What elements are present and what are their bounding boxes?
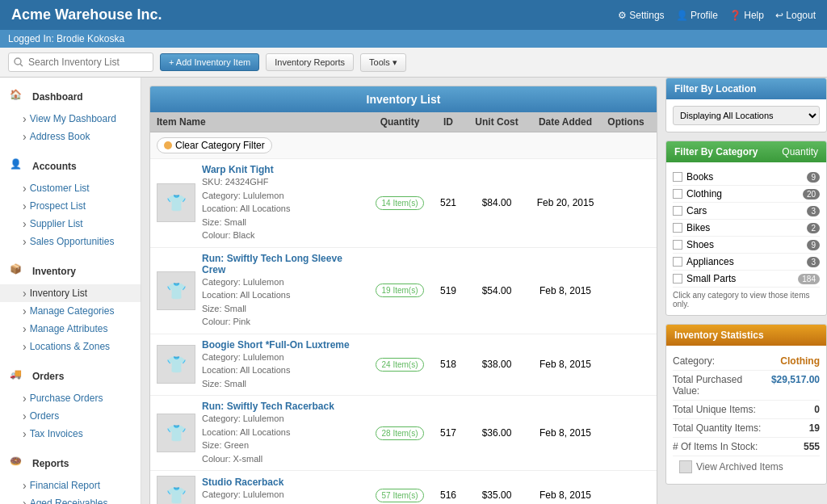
category-list: Books 9 Clothing 20 Cars 3 Bikes 2 Shoes…	[673, 169, 820, 288]
item-date: Feb 8, 2015	[529, 427, 602, 439]
item-qty-col: 57 Item(s)	[367, 489, 432, 502]
inventory-icon: 📦	[10, 263, 26, 279]
logout-nav[interactable]: ↩ Logout	[775, 10, 816, 21]
item-name[interactable]: Warp Knit Tight	[202, 164, 367, 175]
qty-badge: 57 Item(s)	[376, 489, 423, 502]
inventory-stats-section: Inventory Statistics Category: Clothing …	[665, 324, 827, 485]
item-cost: $54.00	[464, 285, 529, 296]
category-name: Small Parts	[686, 273, 736, 284]
inventory-table-header: Item Name Quantity ID Unit Cost Date Add…	[150, 112, 657, 132]
tools-button[interactable]: Tools ▾	[360, 53, 406, 72]
qty-badge: 19 Item(s)	[376, 284, 423, 297]
item-details: Warp Knit Tight SKU: 24324GHF Category: …	[202, 164, 367, 242]
qty-badge: 24 Item(s)	[376, 358, 423, 372]
dashboard-icon: 🏠	[10, 89, 26, 105]
sidebar-item-manage-categories[interactable]: Manage Categories	[0, 302, 141, 320]
item-date: Feb 8, 2015	[529, 489, 602, 501]
item-name[interactable]: Studio Racerback	[202, 477, 367, 488]
logged-in-label: Logged In: Brodie Kokoska	[8, 33, 124, 44]
category-row[interactable]: Cars 3	[673, 203, 820, 220]
category-count: 3	[807, 257, 820, 267]
category-checkbox[interactable]	[673, 257, 682, 267]
sidebar-item-sales-opportunities[interactable]: Sales Opportunities	[0, 233, 141, 250]
sidebar-item-manage-attributes[interactable]: Manage Attributes	[0, 320, 141, 338]
orders-icon: 🚚	[10, 368, 26, 384]
item-date: Feb 8, 2015	[529, 285, 602, 296]
item-name[interactable]: Run: Swiftly Tech Racerback	[202, 401, 367, 412]
category-count: 9	[807, 172, 820, 183]
category-checkbox[interactable]	[673, 240, 682, 250]
location-select[interactable]: Displaying All Locations	[673, 106, 820, 125]
stats-value: $29,517.00	[771, 374, 820, 397]
profile-nav[interactable]: 👤 Profile	[676, 10, 718, 21]
category-count: 9	[807, 240, 820, 250]
category-filter-bar: Clear Category Filter	[150, 132, 657, 159]
item-name[interactable]: Boogie Short *Full-On Luxtreme	[202, 339, 367, 351]
sidebar-title-accounts: Accounts	[32, 161, 77, 172]
item-date: Feb 8, 2015	[529, 359, 602, 370]
inventory-row[interactable]: 👕 Studio Racerback Category: LululemonLo…	[150, 471, 657, 504]
inventory-reports-button[interactable]: Inventory Reports	[266, 53, 354, 71]
sidebar-item-my-dashboard[interactable]: View My Dashboard	[0, 110, 141, 128]
category-left: Bikes	[673, 222, 710, 233]
sidebar: 🏠 Dashboard View My Dashboard Address Bo…	[0, 78, 141, 504]
category-count: 3	[807, 206, 820, 216]
sidebar-header-orders: 🚚 Orders	[0, 363, 141, 389]
sidebar-item-orders[interactable]: Orders	[0, 407, 141, 425]
sidebar-item-financial-report[interactable]: Financial Report	[0, 477, 141, 494]
stats-row: Total Unique Items: 0	[673, 401, 820, 419]
inventory-row[interactable]: 👕 Run: Swiftly Tech Long Sleeve Crew Cat…	[150, 248, 657, 334]
sidebar-section-dashboard: 🏠 Dashboard View My Dashboard Address Bo…	[0, 84, 141, 145]
sidebar-section-inventory: 📦 Inventory Inventory List Manage Catego…	[0, 258, 141, 355]
category-checkbox[interactable]	[673, 172, 682, 182]
sidebar-item-tax-invoices[interactable]: Tax Invoices	[0, 425, 141, 443]
sidebar-item-supplier-list[interactable]: Supplier List	[0, 215, 141, 233]
category-row[interactable]: Bikes 2	[673, 220, 820, 237]
topbar: Acme Warehouse Inc. ⚙ Settings 👤 Profile…	[0, 0, 827, 30]
help-nav[interactable]: ❓ Help	[729, 10, 764, 21]
category-row[interactable]: Small Parts 184	[673, 271, 820, 288]
stats-label: Category:	[673, 355, 715, 367]
category-checkbox[interactable]	[673, 206, 682, 216]
category-checkbox[interactable]	[673, 189, 682, 199]
item-meta: Category: LululemonLocation: All Locatio…	[202, 488, 367, 505]
sidebar-item-aged-receivables[interactable]: Aged Receivables	[0, 494, 141, 504]
inventory-row[interactable]: 👕 Warp Knit Tight SKU: 24324GHF Category…	[150, 159, 657, 248]
sidebar-item-locations-zones[interactable]: Locations & Zones	[0, 338, 141, 355]
stats-body: Category: Clothing Total Purchased Value…	[666, 346, 826, 484]
stats-label: Total Purchased Value:	[673, 374, 771, 397]
category-row[interactable]: Appliances 3	[673, 254, 820, 271]
item-thumbnail: 👕	[157, 271, 195, 310]
sidebar-item-prospect-list[interactable]: Prospect List	[0, 197, 141, 215]
category-count: 184	[798, 274, 820, 284]
category-checkbox[interactable]	[673, 223, 682, 233]
item-id: 518	[432, 359, 464, 370]
stats-row: Category: Clothing	[673, 352, 820, 371]
settings-nav[interactable]: ⚙ Settings	[618, 10, 665, 21]
category-checkbox[interactable]	[673, 274, 682, 284]
search-input[interactable]	[8, 52, 153, 72]
stats-row: Total Purchased Value: $29,517.00	[673, 371, 820, 401]
category-name: Bikes	[686, 222, 710, 233]
sidebar-header-reports: 🍩 Reports	[0, 451, 141, 477]
stats-label: Total Unique Items:	[673, 404, 756, 415]
sidebar-header-accounts: 👤 Accounts	[0, 153, 141, 179]
add-inventory-button[interactable]: + Add Inventory Item	[160, 53, 259, 71]
sidebar-item-inventory-list[interactable]: Inventory List	[0, 284, 141, 302]
item-id: 519	[432, 285, 464, 296]
category-left: Cars	[673, 205, 707, 216]
sidebar-item-address-book[interactable]: Address Book	[0, 128, 141, 145]
inventory-row[interactable]: 👕 Boogie Short *Full-On Luxtreme Categor…	[150, 334, 657, 397]
item-id: 521	[432, 197, 464, 208]
sidebar-item-purchase-orders[interactable]: Purchase Orders	[0, 389, 141, 407]
sidebar-title-orders: Orders	[32, 371, 64, 382]
item-name[interactable]: Run: Swiftly Tech Long Sleeve Crew	[202, 253, 367, 275]
sidebar-item-customer-list[interactable]: Customer List	[0, 179, 141, 197]
clear-category-filter-button[interactable]: Clear Category Filter	[157, 137, 272, 153]
item-qty-col: 28 Item(s)	[367, 426, 432, 440]
inventory-row[interactable]: 👕 Run: Swiftly Tech Racerback Category: …	[150, 396, 657, 471]
view-archived-button[interactable]: View Archived Items	[673, 456, 820, 477]
category-row[interactable]: Shoes 9	[673, 237, 820, 254]
category-row[interactable]: Books 9	[673, 169, 820, 186]
category-row[interactable]: Clothing 20	[673, 186, 820, 203]
